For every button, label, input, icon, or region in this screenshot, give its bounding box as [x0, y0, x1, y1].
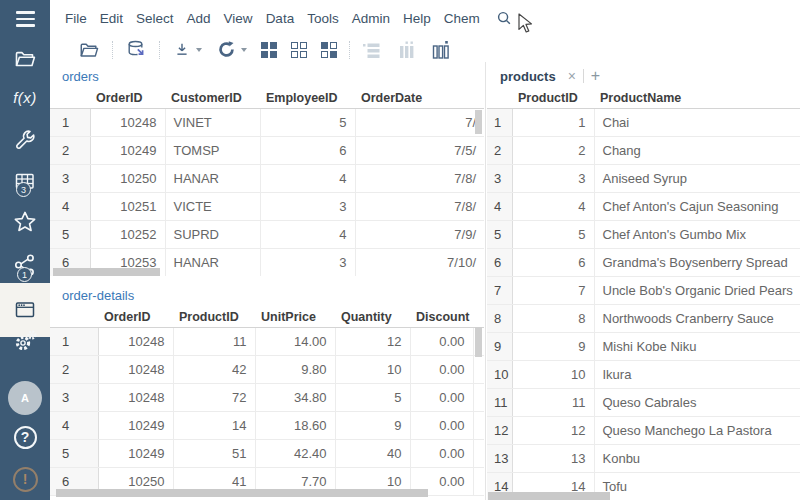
row-number[interactable]: 5: [50, 220, 90, 248]
cell[interactable]: 7/8/: [355, 192, 484, 220]
sidebar-item-tools[interactable]: [0, 127, 50, 153]
order-details-vertical-scrollbar[interactable]: [475, 327, 482, 357]
row-number[interactable]: 3: [50, 383, 98, 411]
cell[interactable]: 11: [512, 388, 594, 416]
cell[interactable]: 72: [173, 383, 255, 411]
table-row[interactable]: 1102481114.00120.00: [50, 327, 484, 355]
products-tab[interactable]: products × +: [487, 64, 800, 88]
cell[interactable]: 0.00: [410, 439, 473, 467]
layout-grid-filled-button[interactable]: [261, 42, 277, 58]
menu-search-button[interactable]: [495, 9, 513, 27]
sidebar-item-share[interactable]: 1: [0, 251, 50, 279]
row-number[interactable]: 11: [487, 388, 512, 416]
column-settings-active-button[interactable]: [430, 40, 450, 60]
cell[interactable]: Tofu: [594, 472, 800, 500]
cell[interactable]: 9: [512, 332, 594, 360]
sidebar-item-open[interactable]: [0, 46, 50, 72]
row-number[interactable]: 5: [50, 439, 98, 467]
cell[interactable]: 10: [335, 355, 410, 383]
cell[interactable]: 10249: [98, 439, 173, 467]
cell[interactable]: 3: [260, 248, 355, 276]
sidebar-item-menu[interactable]: [0, 6, 50, 32]
cell[interactable]: 0.00: [410, 383, 473, 411]
row-number[interactable]: 4: [487, 192, 512, 220]
cell[interactable]: 51: [173, 439, 255, 467]
row-number[interactable]: 3: [50, 164, 90, 192]
cell[interactable]: 13: [512, 444, 594, 472]
cell[interactable]: 3: [512, 164, 594, 192]
cell[interactable]: 4: [260, 164, 355, 192]
cell[interactable]: Ikura: [594, 360, 800, 388]
cell[interactable]: 6: [260, 136, 355, 164]
cell[interactable]: Chai: [594, 108, 800, 136]
cell[interactable]: SUPRD: [165, 220, 260, 248]
cell[interactable]: 42.40: [255, 439, 335, 467]
table-row[interactable]: 1313Konbu: [487, 444, 800, 472]
add-tab-icon[interactable]: +: [591, 67, 600, 85]
cell[interactable]: 5: [512, 220, 594, 248]
cell[interactable]: 7/8/: [355, 164, 484, 192]
row-number[interactable]: 10: [487, 360, 512, 388]
row-number[interactable]: 9: [487, 332, 512, 360]
table-row[interactable]: 210249TOMSP67/5/: [50, 136, 484, 164]
cell[interactable]: 10251: [90, 192, 165, 220]
menu-item-tools[interactable]: Tools: [307, 11, 339, 26]
cell[interactable]: Konbu: [594, 444, 800, 472]
cell[interactable]: 0.00: [410, 411, 473, 439]
table-row[interactable]: 3102487234.8050.00: [50, 383, 484, 411]
sidebar-item-help[interactable]: ?: [0, 424, 50, 450]
cell[interactable]: 10248: [90, 108, 165, 136]
table-row[interactable]: 88Northwoods Cranberry Sauce: [487, 304, 800, 332]
cell[interactable]: 1: [512, 108, 594, 136]
menu-item-edit[interactable]: Edit: [100, 11, 123, 26]
cell[interactable]: 4: [512, 192, 594, 220]
table-row[interactable]: 44Chef Anton's Cajun Seasoning: [487, 192, 800, 220]
order-details-tab[interactable]: order-details: [50, 283, 484, 307]
table-row[interactable]: 310250HANAR47/8/: [50, 164, 484, 192]
cell[interactable]: 14: [173, 411, 255, 439]
table-row[interactable]: 1010Ikura: [487, 360, 800, 388]
cell[interactable]: 10252: [90, 220, 165, 248]
cell[interactable]: Queso Manchego La Pastora: [594, 416, 800, 444]
row-number[interactable]: 13: [487, 444, 512, 472]
column-header[interactable]: CustomerID: [165, 88, 260, 108]
table-row[interactable]: 110248VINET57/: [50, 108, 484, 136]
cell[interactable]: 14.00: [255, 327, 335, 355]
layout-grid-mixed-button[interactable]: [321, 42, 337, 58]
cell[interactable]: 9.80: [255, 355, 335, 383]
menu-item-select[interactable]: Select: [136, 11, 174, 26]
table-row[interactable]: 33Aniseed Syrup: [487, 164, 800, 192]
table-row[interactable]: 11Chai: [487, 108, 800, 136]
cell[interactable]: 9: [335, 411, 410, 439]
column-header[interactable]: Quantity: [335, 307, 410, 327]
orders-tab[interactable]: orders: [50, 64, 484, 88]
row-number[interactable]: 7: [487, 276, 512, 304]
cell[interactable]: 3: [260, 192, 355, 220]
table-row[interactable]: 55Chef Anton's Gumbo Mix: [487, 220, 800, 248]
order-details-horizontal-scrollbar[interactable]: [56, 489, 428, 497]
sidebar-item-tables[interactable]: 3: [0, 168, 50, 196]
table-row[interactable]: 66Grandma's Boysenberry Spread: [487, 248, 800, 276]
menu-item-admin[interactable]: Admin: [352, 11, 390, 26]
row-number[interactable]: 3: [487, 164, 512, 192]
cell[interactable]: VICTE: [165, 192, 260, 220]
table-row[interactable]: 410251VICTE37/8/: [50, 192, 484, 220]
orders-vertical-scrollbar[interactable]: [475, 110, 482, 134]
menu-item-help[interactable]: Help: [403, 11, 431, 26]
row-number-header[interactable]: [50, 88, 90, 108]
orders-horizontal-scrollbar[interactable]: [53, 268, 160, 276]
cell[interactable]: 12: [512, 416, 594, 444]
cell[interactable]: 8: [512, 304, 594, 332]
cell[interactable]: Grandma's Boysenberry Spread: [594, 248, 800, 276]
cell[interactable]: 0.00: [410, 327, 473, 355]
open-folder-button[interactable]: [78, 40, 100, 60]
cell[interactable]: 11: [173, 327, 255, 355]
cell[interactable]: Uncle Bob's Organic Dried Pears: [594, 276, 800, 304]
cell[interactable]: Queso Cabrales: [594, 388, 800, 416]
table-row[interactable]: 1111Queso Cabrales: [487, 388, 800, 416]
table-row[interactable]: 1212Queso Manchego La Pastora: [487, 416, 800, 444]
cell[interactable]: 7/: [355, 108, 484, 136]
cell[interactable]: HANAR: [165, 164, 260, 192]
table-row[interactable]: 4102491418.6090.00: [50, 411, 484, 439]
column-header[interactable]: EmployeeID: [260, 88, 355, 108]
